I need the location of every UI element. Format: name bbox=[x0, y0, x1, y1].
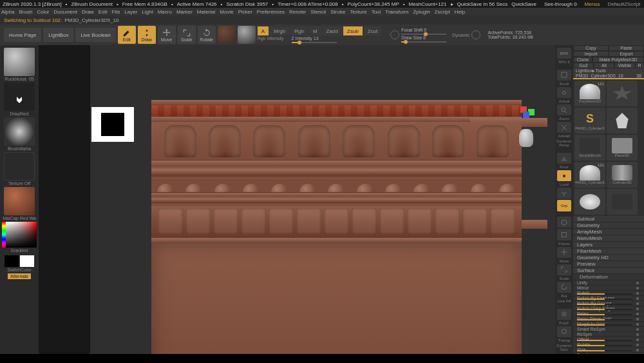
section-geometryhd[interactable]: Geometry HD bbox=[573, 255, 644, 261]
axis-gizmo[interactable] bbox=[515, 106, 536, 127]
tool-item-6[interactable]: 121PM3D_Cylinder3 bbox=[574, 162, 605, 188]
alpha-picker[interactable]: BrushAlpha bbox=[3, 117, 36, 151]
tool-item-2[interactable]: SPM3D_Cylinder3 bbox=[574, 108, 605, 133]
stroke-picker[interactable]: DragRect bbox=[3, 83, 36, 116]
menu-zplugin[interactable]: Zplugin bbox=[413, 9, 430, 15]
section-fibermesh[interactable]: FiberMesh bbox=[573, 248, 644, 255]
goz-button[interactable]: GoZ bbox=[573, 63, 594, 68]
slider-unify[interactable]: Unify bbox=[573, 280, 644, 286]
xpose-button[interactable] bbox=[557, 217, 571, 228]
floor-button[interactable] bbox=[557, 153, 571, 164]
menu-light[interactable]: Light bbox=[142, 9, 153, 15]
goz-all-button[interactable]: All bbox=[594, 63, 614, 68]
grp-button[interactable]: Grp bbox=[557, 200, 571, 211]
brush-picker[interactable]: RockNoise_05 bbox=[3, 48, 36, 81]
menu-zscript[interactable]: Zscript bbox=[435, 9, 450, 15]
slider-mirror[interactable]: Mirror bbox=[573, 286, 644, 291]
mrgb-button[interactable]: Mrgb bbox=[270, 26, 289, 35]
zsub-button[interactable]: Zsub bbox=[343, 26, 363, 35]
xyz-button[interactable] bbox=[557, 188, 571, 199]
section-subtool[interactable]: Subtool bbox=[573, 216, 644, 222]
lightbox-tools-button[interactable]: Lightbox▸Tools bbox=[573, 68, 644, 74]
tool-item-3[interactable] bbox=[607, 108, 638, 133]
menu-picker[interactable]: Picker bbox=[238, 9, 252, 15]
tool-item-9[interactable] bbox=[607, 189, 638, 215]
sculptris-button[interactable] bbox=[238, 26, 256, 44]
edit-mode-button[interactable]: Edit bbox=[118, 26, 136, 44]
menu-render[interactable]: Render bbox=[289, 9, 306, 15]
canvas[interactable] bbox=[39, 45, 555, 354]
gizmo-button[interactable] bbox=[218, 26, 236, 44]
import-button[interactable]: Import bbox=[573, 51, 609, 57]
menu-layer[interactable]: Layer bbox=[124, 9, 137, 15]
rotate-mode-button[interactable]: Rotate bbox=[198, 26, 216, 44]
section-preview[interactable]: Preview bbox=[573, 261, 644, 268]
default-zscript[interactable]: DefaultZScript bbox=[608, 1, 641, 7]
export-button[interactable]: Export bbox=[609, 51, 644, 57]
slider-offset[interactable]: Offset bbox=[573, 337, 644, 342]
menu-stroke[interactable]: Stroke bbox=[330, 9, 345, 15]
menu-color[interactable]: Color bbox=[37, 9, 49, 15]
zcut-button[interactable]: Zcut bbox=[364, 26, 382, 35]
copy-button[interactable]: Copy bbox=[573, 45, 609, 51]
slider-polish-crisp[interactable]: Polish Crisp Edges bbox=[573, 306, 644, 311]
aahalf-button[interactable] bbox=[557, 122, 571, 133]
menu-help[interactable]: Help bbox=[455, 9, 465, 15]
slider-morph-grid[interactable]: Morph to Grid bbox=[573, 322, 644, 327]
move-cam-button[interactable] bbox=[557, 247, 571, 258]
reference-image[interactable] bbox=[91, 107, 134, 142]
seethrough-slider[interactable]: See-through 0 bbox=[544, 1, 577, 7]
swatch-main[interactable] bbox=[5, 255, 19, 267]
slider-polish[interactable]: Polish bbox=[573, 291, 644, 296]
model-view[interactable] bbox=[151, 100, 522, 354]
slider-polish-features[interactable]: Polish By Features bbox=[573, 296, 644, 301]
slider-resym[interactable]: ReSym bbox=[573, 332, 644, 337]
move-mode-button[interactable]: Move bbox=[158, 26, 176, 44]
menu-macro[interactable]: Macro bbox=[158, 9, 172, 15]
draw-size-slider[interactable]: Draw Size 8 bbox=[401, 35, 446, 43]
tool-item-4[interactable]: SimpleBrush bbox=[574, 135, 605, 161]
bpr-button[interactable]: BPR bbox=[557, 48, 571, 59]
slider-relax[interactable]: Relax bbox=[573, 311, 644, 317]
polyf-button[interactable] bbox=[557, 309, 571, 320]
slider-bend[interactable]: Bend bbox=[573, 353, 644, 354]
rgb-button[interactable]: Rgb bbox=[290, 26, 308, 35]
paste-button[interactable]: Paste bbox=[609, 45, 644, 51]
zoom-button[interactable] bbox=[557, 104, 571, 115]
dynamic-toggle[interactable] bbox=[471, 30, 480, 39]
menu-document[interactable]: Document bbox=[54, 9, 77, 15]
menu-alpha[interactable]: Alpha bbox=[1, 9, 14, 15]
section-layers[interactable]: Layers bbox=[573, 242, 644, 248]
z-intensity-slider[interactable]: Z Intensity 13 bbox=[292, 36, 337, 43]
menu-tool[interactable]: Tool bbox=[372, 9, 381, 15]
draw-mode-button[interactable]: Draw bbox=[138, 26, 156, 44]
frame-button[interactable] bbox=[557, 229, 571, 240]
tool-item-0[interactable]: 121PolyMesh3D bbox=[574, 81, 605, 106]
a-button[interactable]: A bbox=[258, 26, 269, 35]
section-deformation[interactable]: Deformation bbox=[573, 274, 644, 280]
slider-rotate[interactable]: Rotate bbox=[573, 342, 644, 348]
zadd-button[interactable]: Zadd bbox=[323, 26, 342, 35]
menus-button[interactable]: Menus bbox=[585, 1, 600, 7]
menu-material[interactable]: Material bbox=[197, 9, 215, 15]
goz-visible-button[interactable]: Visible bbox=[614, 63, 635, 68]
actual-button[interactable] bbox=[557, 87, 571, 98]
menu-texture[interactable]: Texture bbox=[350, 9, 366, 15]
menu-movie[interactable]: Movie bbox=[220, 9, 233, 15]
menu-brush[interactable]: Brush bbox=[19, 9, 32, 15]
transp-button[interactable] bbox=[557, 326, 571, 337]
section-geometry[interactable]: Geometry bbox=[573, 222, 644, 229]
swatch-secondary[interactable] bbox=[20, 255, 34, 267]
focal-toggle[interactable] bbox=[390, 30, 399, 39]
live-boolean-button[interactable]: Live Boolean bbox=[75, 28, 115, 42]
texture-picker[interactable]: Texture Off bbox=[3, 152, 36, 186]
menu-transform[interactable]: Transform bbox=[385, 9, 408, 15]
tool-item-8[interactable] bbox=[574, 189, 605, 215]
scale-cam-button[interactable] bbox=[557, 264, 571, 275]
tool-item-7[interactable]: Cylinder3D bbox=[607, 162, 638, 188]
tool-item-1[interactable] bbox=[607, 81, 638, 106]
scroll-button[interactable] bbox=[557, 70, 571, 81]
scale-mode-button[interactable]: Scale bbox=[178, 26, 196, 44]
menu-draw[interactable]: Draw bbox=[82, 9, 94, 15]
section-surface[interactable]: Surface bbox=[573, 268, 644, 274]
